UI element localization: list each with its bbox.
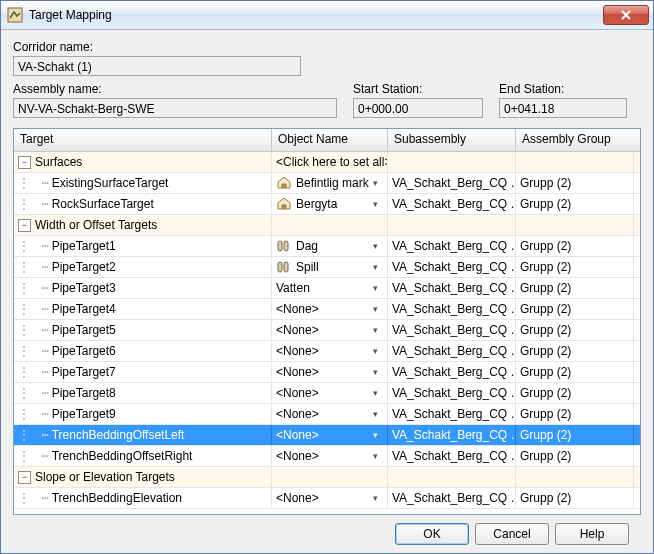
dropdown-icon[interactable]: ▾ (367, 278, 383, 298)
dropdown-icon[interactable]: ▾ (367, 425, 383, 445)
collapse-icon[interactable]: − (18, 219, 31, 232)
object-name-cell[interactable]: Spill ▾ (272, 257, 388, 277)
corridor-name-field: VA-Schakt (1) (13, 56, 301, 76)
dropdown-icon[interactable]: ▾ (367, 383, 383, 403)
corridor-name-label: Corridor name: (13, 40, 641, 54)
dropdown-icon[interactable]: ▾ (367, 257, 383, 277)
collapse-icon[interactable]: − (18, 156, 31, 169)
table-row[interactable]: ⋮ ⋯PipeTarget8 <None>▾ VA_Schakt_Berg_CQ… (14, 383, 640, 404)
end-station-field: 0+041.18 (499, 98, 627, 118)
object-name-cell[interactable]: Bergyta ▾ (272, 194, 388, 214)
object-name-cell[interactable]: <None>▾ (272, 383, 388, 403)
col-object-name[interactable]: Object Name (272, 129, 388, 151)
grid-header: Target Object Name Subassembly Assembly … (14, 129, 640, 152)
app-icon (7, 7, 23, 23)
dropdown-icon[interactable]: ▾ (367, 341, 383, 361)
object-name-cell[interactable]: Dag ▾ (272, 236, 388, 256)
surface-icon (276, 175, 292, 191)
category-width-offset[interactable]: − Width or Offset Targets (14, 215, 640, 236)
dropdown-icon[interactable]: ▾ (367, 446, 383, 466)
assembly-name-label: Assembly name: (13, 82, 337, 96)
dropdown-icon[interactable]: ▾ (367, 488, 383, 508)
dropdown-icon[interactable]: ▾ (367, 320, 383, 340)
table-row[interactable]: ⋮ ⋯TrenchBeddingOffsetRight <None>▾ VA_S… (14, 446, 640, 467)
col-subassembly[interactable]: Subassembly (388, 129, 516, 151)
click-all-cell[interactable]: <Click here to set all> (272, 152, 388, 172)
dropdown-icon[interactable]: ▾ (367, 236, 383, 256)
window-title: Target Mapping (29, 8, 603, 22)
ok-button[interactable]: OK (395, 523, 469, 545)
svg-rect-2 (284, 241, 288, 251)
table-row[interactable]: ⋮ ⋯ExistingSurfaceTarget Befintlig mark … (14, 173, 640, 194)
table-row[interactable]: ⋮ ⋯PipeTarget2 Spill ▾ VA_Schakt_Berg_CQ… (14, 257, 640, 278)
close-icon (621, 10, 631, 20)
table-row[interactable]: ⋮ ⋯PipeTarget3 Vatten▾ VA_Schakt_Berg_CQ… (14, 278, 640, 299)
category-surfaces[interactable]: − Surfaces <Click here to set all> (14, 152, 640, 173)
svg-rect-3 (278, 262, 282, 272)
object-name-cell[interactable]: Vatten▾ (272, 278, 388, 298)
col-assembly-group[interactable]: Assembly Group (516, 129, 634, 151)
object-name-cell[interactable]: <None>▾ (272, 299, 388, 319)
col-target[interactable]: Target (14, 129, 272, 151)
grid-body: − Surfaces <Click here to set all> ⋮ ⋯Ex… (14, 152, 640, 514)
category-label: Slope or Elevation Targets (35, 467, 175, 487)
end-station-label: End Station: (499, 82, 627, 96)
table-row[interactable]: ⋮ ⋯PipeTarget1 Dag ▾ VA_Schakt_Berg_CQ …… (14, 236, 640, 257)
svg-rect-0 (8, 8, 22, 22)
object-name-cell[interactable]: <None>▾ (272, 446, 388, 466)
dropdown-icon[interactable]: ▾ (367, 299, 383, 319)
titlebar[interactable]: Target Mapping (1, 1, 653, 30)
surface-icon (276, 196, 292, 212)
target-mapping-dialog: Target Mapping Corridor name: VA-Schakt … (0, 0, 654, 554)
table-row[interactable]: ⋮ ⋯PipeTarget4 <None>▾ VA_Schakt_Berg_CQ… (14, 299, 640, 320)
category-label: Surfaces (35, 152, 82, 172)
object-name-cell[interactable]: <None>▾ (272, 362, 388, 382)
collapse-icon[interactable]: − (18, 471, 31, 484)
cancel-button[interactable]: Cancel (475, 523, 549, 545)
content-area: Corridor name: VA-Schakt (1) Assembly na… (1, 30, 653, 553)
dialog-footer: OK Cancel Help (13, 515, 641, 553)
help-button[interactable]: Help (555, 523, 629, 545)
category-label: Width or Offset Targets (35, 215, 157, 235)
table-row[interactable]: ⋮ ⋯PipeTarget9 <None>▾ VA_Schakt_Berg_CQ… (14, 404, 640, 425)
table-row[interactable]: ⋮ ⋯PipeTarget7 <None>▾ VA_Schakt_Berg_CQ… (14, 362, 640, 383)
object-name-cell[interactable]: Befintlig mark ▾ (272, 173, 388, 193)
table-row[interactable]: ⋮ ⋯TrenchBeddingElevation <None>▾ VA_Sch… (14, 488, 640, 509)
dropdown-icon[interactable]: ▾ (367, 362, 383, 382)
object-name-cell[interactable]: <None>▾ (272, 320, 388, 340)
pipe-icon (276, 259, 292, 275)
start-station-field: 0+000.00 (353, 98, 483, 118)
close-button[interactable] (603, 5, 649, 25)
pipe-icon (276, 238, 292, 254)
svg-rect-4 (284, 262, 288, 272)
assembly-name-field: NV-VA-Schakt-Berg-SWE (13, 98, 337, 118)
object-name-cell[interactable]: <None>▾ (272, 425, 388, 445)
dropdown-icon[interactable]: ▾ (367, 404, 383, 424)
object-name-cell[interactable]: <None>▾ (272, 341, 388, 361)
table-row-selected[interactable]: ⋮ ⋯TrenchBeddingOffsetLeft <None>▾ VA_Sc… (14, 425, 640, 446)
category-slope-elevation[interactable]: − Slope or Elevation Targets (14, 467, 640, 488)
dropdown-icon[interactable]: ▾ (369, 173, 383, 193)
svg-rect-1 (278, 241, 282, 251)
object-name-cell[interactable]: <None>▾ (272, 488, 388, 508)
target-grid: Target Object Name Subassembly Assembly … (13, 128, 641, 515)
table-row[interactable]: ⋮ ⋯PipeTarget6 <None>▾ VA_Schakt_Berg_CQ… (14, 341, 640, 362)
table-row[interactable]: ⋮ ⋯RockSurfaceTarget Bergyta ▾ VA_Schakt… (14, 194, 640, 215)
dropdown-icon[interactable]: ▾ (367, 194, 383, 214)
table-row[interactable]: ⋮ ⋯PipeTarget5 <None>▾ VA_Schakt_Berg_CQ… (14, 320, 640, 341)
start-station-label: Start Station: (353, 82, 483, 96)
object-name-cell[interactable]: <None>▾ (272, 404, 388, 424)
